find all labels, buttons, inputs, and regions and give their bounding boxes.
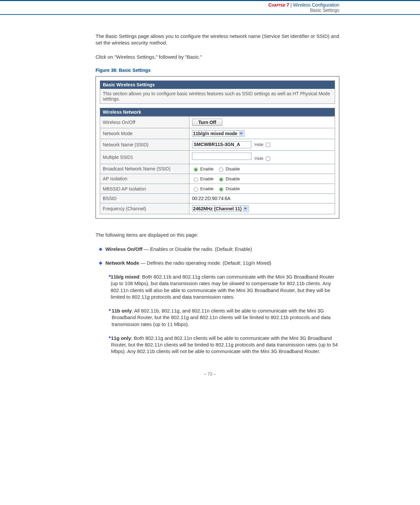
square-icon: ■ — [109, 335, 111, 355]
term: 11g only — [111, 335, 131, 341]
table-row: Network Name (SSID) SMCWBR11S-3GN_A Hide — [100, 139, 335, 150]
diamond-icon: ◆ — [99, 246, 105, 252]
desc: : All 802.11b, 802.11g, and 802.11n clie… — [112, 308, 331, 327]
wireless-network-table: Wireless On/Off Turn Off Network Mode 11… — [100, 116, 335, 215]
ssid-input[interactable]: SMCWBR11S-3GN_A — [192, 141, 251, 148]
mbssid-disable-radio[interactable] — [219, 187, 223, 192]
subsection-title: Basic Settings — [0, 8, 339, 13]
page-header: Chapter 7 | Wireless Configuration Basic… — [0, 0, 420, 15]
intro-para-1: The Basic Settings page allows you to co… — [96, 33, 339, 46]
enable-label: Enable — [200, 176, 213, 181]
multiple-ssid-input[interactable] — [192, 153, 251, 160]
ssid-cell: SMCWBR11S-3GN_A Hide — [189, 139, 335, 150]
desc: : Both 802.11b and 802.11g clients can c… — [111, 274, 334, 300]
desc: : Both 802.11g and 802.11n clients will … — [111, 335, 338, 354]
ap-isolation-label: AP Isolation — [100, 174, 189, 184]
broadcast-disable-radio[interactable] — [219, 167, 223, 172]
disable-label: Disable — [226, 176, 240, 181]
multiple-ssid-label: Multiple SSID1 — [100, 150, 189, 164]
freq-value: 2462MHz (Channel 11) — [193, 206, 242, 211]
multiple-ssid-cell: Hide — [189, 150, 335, 164]
list-item: ◆ Wireless On/Off — Enables or Disable t… — [99, 246, 339, 252]
screenshot-panel: Basic Wireless Settings This section all… — [96, 76, 339, 219]
disable-label: Disable — [226, 186, 240, 191]
bssid-label: BSSID — [100, 194, 189, 203]
bssid-value: 00:22:2D:90:74:6A — [189, 194, 335, 203]
list-item: ■ 11b only: All 802.11b, 802.11g, and 80… — [109, 308, 339, 328]
wireless-onoff-cell: Turn Off — [189, 116, 335, 128]
network-mode-cell: 11b/g/n mixed mode — [189, 128, 335, 139]
main-content: The Basic Settings page allows you to co… — [96, 33, 339, 355]
mbssid-cell: Enable Disable — [189, 184, 335, 194]
term: 11b/g mixed — [111, 274, 139, 280]
broadcast-cell: Enable Disable — [189, 164, 335, 174]
chapter-label: Chapter 7 — [268, 2, 289, 8]
network-mode-label: Network Mode — [100, 128, 189, 139]
term: Network Mode — [105, 260, 139, 266]
network-mode-value: 11b/g/n mixed mode — [193, 131, 238, 136]
table-row: MBSSID AP Isolation Enable Disable — [100, 184, 335, 194]
sub-bullet-list: ■ 11b/g mixed: Both 802.11b and 802.11g … — [109, 274, 339, 355]
panel-network-title: Wireless Network — [100, 108, 335, 116]
main-bullet-list: ◆ Wireless On/Off — Enables or Disable t… — [99, 246, 339, 267]
table-row: AP Isolation Enable Disable — [100, 174, 335, 184]
ap-isolation-disable-radio[interactable] — [219, 177, 223, 182]
broadcast-enable-radio[interactable] — [194, 167, 198, 172]
desc: — Defines the radio operating mode. (Def… — [139, 260, 271, 266]
table-row: Broadcast Network Name (SSID) Enable Dis… — [100, 164, 335, 174]
panel-basic-title: Basic Wireless Settings — [100, 80, 335, 89]
hide-label: Hide — [255, 142, 264, 147]
table-row: Wireless On/Off Turn Off — [100, 116, 335, 128]
description-intro: The following items are displayed on thi… — [96, 232, 339, 238]
square-icon: ■ — [109, 308, 112, 328]
ap-isolation-enable-radio[interactable] — [194, 177, 198, 182]
chevron-down-icon — [239, 131, 243, 136]
enable-label: Enable — [200, 186, 213, 191]
list-item: ■ 11g only: Both 802.11g and 802.11n cli… — [109, 335, 339, 355]
hide-multiple-ssid-checkbox[interactable] — [266, 157, 270, 161]
hide-ssid-checkbox[interactable] — [266, 143, 270, 147]
section-title: Wireless Configuration — [293, 2, 339, 8]
disable-label: Disable — [226, 166, 240, 171]
wireless-onoff-label: Wireless On/Off — [100, 116, 189, 128]
term: Wireless On/Off — [105, 246, 142, 252]
page-number: – 72 – — [0, 371, 420, 383]
intro-para-2: Click on "Wireless Settings," followed b… — [96, 54, 339, 60]
panel-basic-desc: This section allows you to configure bas… — [100, 89, 335, 104]
table-row: Multiple SSID1 Hide — [100, 150, 335, 164]
table-row: Network Mode 11b/g/n mixed mode — [100, 128, 335, 139]
ssid-label: Network Name (SSID) — [100, 139, 189, 150]
table-row: Frequency (Channel) 2462MHz (Channel 11) — [100, 203, 335, 214]
desc: — Enables or Disable the radio. (Default… — [142, 246, 252, 252]
list-item: ◆ Network Mode — Defines the radio opera… — [99, 260, 339, 266]
freq-cell: 2462MHz (Channel 11) — [189, 203, 335, 214]
ap-isolation-cell: Enable Disable — [189, 174, 335, 184]
chevron-down-icon — [243, 206, 248, 211]
enable-label: Enable — [200, 166, 213, 171]
freq-label: Frequency (Channel) — [100, 203, 189, 214]
separator: | — [291, 2, 292, 8]
hide-label: Hide — [255, 156, 264, 161]
freq-select[interactable]: 2462MHz (Channel 11) — [192, 205, 249, 212]
term: 11b only — [112, 308, 132, 313]
network-mode-select[interactable]: 11b/g/n mixed mode — [192, 130, 244, 137]
mbssid-label: MBSSID AP Isolation — [100, 184, 189, 194]
turn-off-button[interactable]: Turn Off — [192, 119, 222, 126]
broadcast-label: Broadcast Network Name (SSID) — [100, 164, 189, 174]
mbssid-enable-radio[interactable] — [194, 187, 198, 192]
table-row: BSSID 00:22:2D:90:74:6A — [100, 194, 335, 203]
list-item: ■ 11b/g mixed: Both 802.11b and 802.11g … — [109, 274, 339, 300]
diamond-icon: ◆ — [99, 260, 105, 266]
figure-caption: Figure 38: Basic Settings — [96, 68, 339, 73]
